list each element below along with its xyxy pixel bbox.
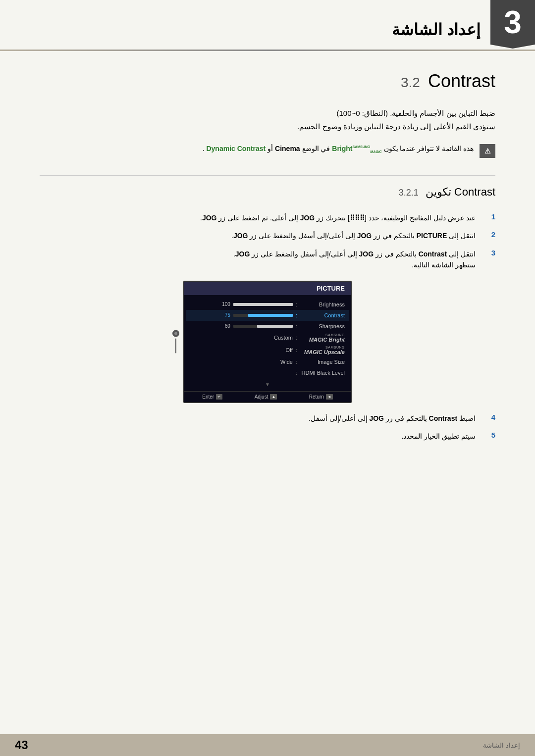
footer-chapter-title: إعداد الشاشة [483, 742, 520, 749]
menu-brightness-label: Brightness [300, 302, 345, 307]
image-size-value: Wide [280, 359, 293, 365]
joystick-stick [175, 339, 176, 353]
joystick-indicator [172, 330, 179, 353]
brightness-value: 100 [219, 302, 230, 307]
section-title-row: 3.2 Contrast [40, 71, 495, 92]
menu-hdmi-label: HDMI Black Level [300, 370, 345, 376]
notice-end: . [203, 145, 205, 152]
step-5-text: سيتم تطبيق الخيار المحدد. [40, 431, 476, 442]
menu-row-magic-upscale: SAMSUNG MAGIC Upscale : Off [186, 344, 349, 356]
magic-upscale-value: Off [285, 347, 292, 353]
chapter-block: إعداد الشاشة 3 [392, 0, 535, 45]
scroll-down-indicator: ▼ [186, 378, 349, 389]
page-footer: 43 إعداد الشاشة [0, 734, 535, 756]
chapter-number-box: 3 [490, 0, 535, 45]
page-header: إعداد الشاشة 3 [0, 0, 535, 50]
screen-footer: ◄ Return ▲ Adjust ↵ Enter [184, 391, 351, 402]
menu-row-brightness: Brightness : 100 [186, 299, 349, 310]
notice-bright-label: BrightSAMSUNGMAGIC [332, 145, 381, 152]
magic-upscale-container: SAMSUNG MAGIC Upscale [300, 346, 345, 355]
menu-contrast-bar-container: 75 [190, 312, 293, 318]
step-2: 2 انتقل إلى PICTURE بالتحكم في زر JOG إل… [40, 230, 495, 241]
menu-image-size-label: Image Size [300, 359, 345, 365]
footer-page-number: 43 [15, 738, 28, 752]
sub-section-title: تكوين Contrast [426, 186, 495, 199]
screen-header: PICTURE [184, 282, 351, 295]
step-1-number: 1 [481, 212, 495, 221]
description-line2: ستؤدي القيم الأعلى إلى زيادة درجة التباي… [40, 120, 495, 133]
enter-label: Enter [202, 394, 214, 400]
footer-enter-btn: ↵ Enter [202, 394, 222, 400]
magic-upscale-label: MAGIC Upscale [300, 349, 345, 355]
menu-contrast-label: Contrast [300, 312, 345, 318]
steps-4-5-container: 4 اضبط Contrast بالتحكم في زر JOG إلى أع… [40, 413, 495, 442]
step-3: 3 انتقل إلى Contrast بالتحكم في زر JOG إ… [40, 249, 495, 271]
section-number: 3.2 [401, 75, 420, 91]
chapter-title: إعداد الشاشة [392, 20, 481, 39]
notice-dynamic-contrast: Dynamic Contrast [206, 145, 266, 152]
magic-bright-container: SAMSUNG MAGIC Bright [300, 333, 345, 343]
sharpness-bar-track [233, 325, 293, 328]
chapter-number: 3 [504, 6, 522, 38]
joystick-icon [172, 330, 179, 337]
screen-wrapper: PICTURE Brightness : 100 [183, 281, 352, 403]
notice-cinema: Cinema [273, 145, 300, 152]
menu-row-image-size: Image Size : Wide [186, 356, 349, 367]
step-1-text: عند عرض دليل المفاتيح الوظيفية، حدد [⠿⠿⠿… [40, 212, 476, 223]
magic-bright-value: Custom [274, 335, 293, 341]
menu-row-contrast: Contrast : 75 [186, 310, 349, 321]
return-label: Return [309, 394, 324, 400]
down-arrow: ▼ [265, 382, 270, 387]
sub-section-number: 3.2.1 [399, 188, 419, 198]
notice-text-part1: هذه القائمة لا تتوافر عندما يكون [384, 145, 474, 152]
step-4: 4 اضبط Contrast بالتحكم في زر JOG إلى أع… [40, 413, 495, 424]
notice-icon-symbol: ⚠ [484, 147, 491, 155]
screen-mockup-container: PICTURE Brightness : 100 [40, 281, 495, 403]
notice-or: أو [268, 145, 273, 152]
menu-brightness-bar-container: 100 [190, 302, 293, 307]
step-4-number: 4 [481, 413, 495, 421]
step-5: 5 سيتم تطبيق الخيار المحدد. [40, 431, 495, 442]
notice-text: هذه القائمة لا تتوافر عندما يكون BrightS… [203, 143, 474, 154]
footer-adjust-btn: ▲ Adjust [255, 394, 277, 400]
sharpness-bar-fill [257, 325, 293, 328]
contrast-bar-track [233, 314, 293, 317]
screen-mockup: PICTURE Brightness : 100 [183, 281, 352, 403]
menu-row-sharpness: Sharpness : 60 [186, 321, 349, 332]
description-line1: ضبط التباين بين الأجسام والخلفية. (النطا… [40, 106, 495, 120]
step-4-text: اضبط Contrast بالتحكم في زر JOG إلى أعلى… [40, 413, 476, 424]
enter-icon: ↵ [216, 394, 222, 400]
brightness-bar-fill [233, 303, 293, 306]
step-2-number: 2 [481, 230, 495, 239]
step-5-number: 5 [481, 431, 495, 439]
screen-body: Brightness : 100 Contrast : [184, 295, 351, 391]
magic-upscale-brand: SAMSUNG [300, 346, 345, 349]
menu-sharpness-label: Sharpness [300, 323, 345, 329]
menu-row-hdmi: HDMI Black Level : [186, 367, 349, 378]
steps-container: 1 عند عرض دليل المفاتيح الوظيفية، حدد [⠿… [40, 212, 495, 271]
sub-section-title-row: 3.2.1 تكوين Contrast [40, 175, 495, 199]
adjust-label: Adjust [255, 394, 268, 400]
menu-row-magic-bright: SAMSUNG MAGIC Bright : Custom [186, 332, 349, 344]
step-3-number: 3 [481, 249, 495, 257]
notice-text-middle: في الوضع [302, 145, 330, 152]
menu-sharpness-bar-container: 60 [190, 323, 293, 329]
brightness-bar-track [233, 303, 293, 306]
screen-header-title: PICTURE [317, 285, 345, 292]
step-3-text: انتقل إلى Contrast بالتحكم في زر JOG إلى… [40, 249, 476, 271]
header-rule [0, 50, 535, 51]
step-1: 1 عند عرض دليل المفاتيح الوظيفية، حدد [⠿… [40, 212, 495, 223]
step-2-text: انتقل إلى PICTURE بالتحكم في زر JOG إلى … [40, 230, 476, 241]
sharpness-value: 60 [219, 323, 230, 329]
magic-bright-brand: SAMSUNG [300, 333, 345, 337]
section-title: Contrast [428, 71, 495, 92]
description-block: ضبط التباين بين الأجسام والخلفية. (النطا… [40, 106, 495, 133]
footer-return-btn: ◄ Return [309, 394, 333, 400]
contrast-value: 75 [219, 312, 230, 318]
notice-icon: ⚠ [480, 144, 495, 158]
magic-bright-label: MAGIC Bright [300, 337, 345, 343]
contrast-bar-fill [248, 314, 293, 317]
return-icon: ◄ [326, 394, 333, 400]
adjust-icon: ▲ [270, 394, 277, 400]
notice-block: ⚠ هذه القائمة لا تتوافر عندما يكون Brigh… [40, 143, 495, 158]
